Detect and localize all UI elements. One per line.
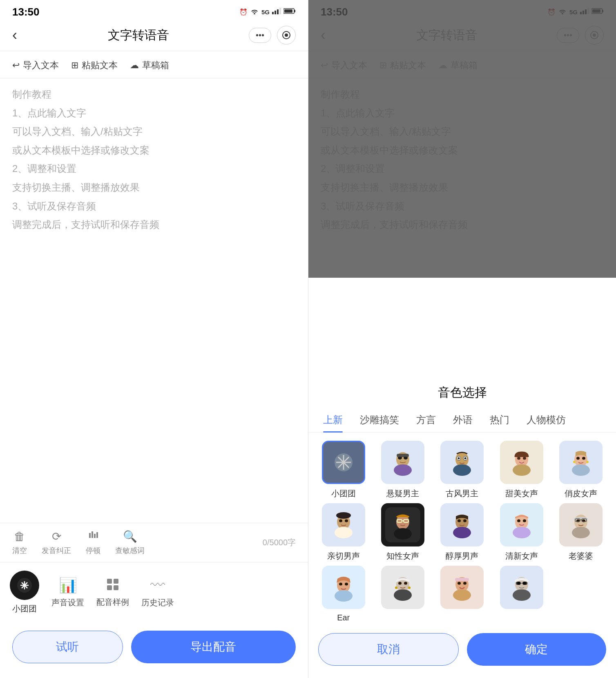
svg-rect-1 — [275, 11, 276, 14]
import-text-btn[interactable]: ↩ 导入文本 — [12, 59, 59, 71]
voice-card-xiaotuan[interactable]: 小团团 — [315, 441, 372, 499]
svg-point-58 — [576, 457, 580, 460]
voice-avatar-deep — [440, 503, 484, 546]
history-btn[interactable]: 〰 历史记录 — [141, 577, 174, 608]
signal-text-left: 5G — [261, 9, 270, 16]
voice-selector[interactable]: 小团团 — [10, 571, 39, 614]
svg-point-65 — [339, 520, 342, 522]
svg-point-53 — [517, 457, 520, 460]
confirm-btn[interactable]: 确定 — [467, 633, 607, 666]
svg-rect-42 — [397, 454, 409, 457]
paste-text-btn[interactable]: ⊞ 粘贴文本 — [71, 59, 118, 71]
clear-label: 清空 — [12, 546, 27, 555]
drafts-label: 草稿箱 — [142, 59, 169, 71]
sheet-actions: 取消 确定 — [308, 624, 616, 670]
svg-point-77 — [458, 520, 461, 522]
tab-imitate[interactable]: 人物模仿 — [520, 409, 572, 432]
voice-grid: 小团团 悬疑男主 — [308, 441, 616, 624]
svg-rect-116 — [522, 582, 527, 585]
voice-card-warm[interactable]: 亲切男声 — [315, 503, 372, 562]
voice-avatar-12 — [381, 566, 424, 609]
svg-rect-115 — [516, 582, 521, 585]
settings-label: 声音设置 — [51, 597, 84, 608]
svg-rect-20 — [107, 585, 112, 590]
more-button-left[interactable]: ••• — [249, 28, 271, 43]
drafts-btn[interactable]: ☁ 草稿箱 — [130, 59, 169, 71]
svg-point-86 — [572, 527, 590, 538]
svg-rect-5 — [294, 10, 295, 12]
tab-popular[interactable]: 热门 — [483, 409, 516, 432]
app-header-left: ‹ 文字转语音 ••• — [0, 22, 308, 51]
svg-point-112 — [513, 589, 531, 601]
settings-btn[interactable]: 📊 声音设置 — [51, 577, 84, 608]
svg-rect-6 — [284, 9, 292, 13]
page-title-left: 文字转语音 — [29, 27, 249, 44]
voice-card-grandma[interactable]: 老婆婆 — [553, 503, 609, 562]
status-icons-left: ⏰ 5G — [239, 8, 296, 16]
alarm-icon: ⏰ — [239, 8, 248, 16]
svg-rect-18 — [107, 579, 112, 584]
svg-rect-9 — [89, 533, 91, 538]
svg-point-45 — [453, 464, 471, 476]
samples-btn[interactable]: 配音样例 — [96, 577, 129, 608]
svg-point-101 — [404, 582, 407, 585]
tab-funny[interactable]: 沙雕搞笑 — [353, 409, 406, 432]
svg-point-67 — [336, 512, 351, 519]
clear-btn[interactable]: 🗑 清空 — [12, 530, 27, 555]
svg-point-54 — [523, 457, 526, 460]
tab-foreign[interactable]: 外语 — [446, 409, 479, 432]
tab-dialect[interactable]: 方言 — [410, 409, 442, 432]
svg-point-102 — [395, 587, 397, 589]
samples-icon — [105, 577, 120, 593]
voice-card-mystery[interactable]: 悬疑男主 — [374, 441, 431, 499]
correct-btn[interactable]: ⟳ 发音纠正 — [42, 530, 71, 555]
sensitive-label: 查敏感词 — [115, 546, 145, 555]
svg-point-106 — [453, 589, 471, 601]
voice-card-playful[interactable]: 俏皮女声 — [553, 441, 609, 499]
battery-left — [283, 8, 296, 16]
svg-point-57 — [572, 464, 590, 476]
svg-rect-12 — [96, 532, 98, 538]
svg-rect-10 — [92, 531, 93, 538]
voice-card-ancient[interactable]: 古风男主 — [434, 441, 491, 499]
history-icon: 〰 — [150, 577, 165, 594]
voice-card-sweet[interactable]: 甜美女声 — [493, 441, 550, 499]
voice-card-14[interactable]: 角色14 — [493, 566, 550, 624]
pause-btn[interactable]: 停顿 — [86, 530, 100, 555]
svg-point-100 — [398, 582, 402, 585]
svg-rect-2 — [277, 9, 279, 14]
search-icon: 🔍 — [123, 530, 137, 543]
placeholder-text-left: 制作教程 1、点此输入文字 可以导入文档、输入/粘贴文字 或从文本模板中选择或修… — [12, 85, 296, 234]
voice-avatar-left — [10, 571, 39, 600]
voice-card-deep[interactable]: 醇厚男声 — [434, 503, 491, 562]
preview-btn-left[interactable]: 试听 — [12, 631, 123, 663]
import-text-label: 导入文本 — [23, 59, 59, 71]
svg-point-76 — [453, 527, 471, 538]
export-btn-left[interactable]: 导出配音 — [131, 631, 296, 663]
voice-card-fresh[interactable]: 清新女声 — [493, 503, 550, 562]
svg-point-96 — [345, 583, 348, 586]
svg-point-52 — [513, 464, 531, 476]
char-count: 0/5000字 — [263, 537, 296, 548]
sensitive-btn[interactable]: 🔍 查敏感词 — [115, 530, 145, 555]
svg-point-61 — [586, 461, 589, 463]
signal-bars-left — [272, 8, 281, 16]
tab-new[interactable]: 上新 — [317, 409, 349, 432]
voice-card-ear[interactable]: Ear — [315, 566, 372, 624]
record-button-left[interactable] — [277, 26, 296, 45]
cancel-btn[interactable]: 取消 — [318, 633, 459, 666]
voice-card-12[interactable]: 角色12 — [374, 566, 431, 624]
right-panel: 13:50 ⏰ 5G ‹ 文字转语音 ••• ↩ — [308, 0, 616, 678]
voice-card-intellectual[interactable]: 知性女声 — [374, 503, 431, 562]
voice-card-13[interactable]: 角色13 — [434, 566, 491, 624]
svg-point-94 — [335, 590, 353, 602]
voice-avatar-intellectual — [381, 503, 424, 546]
left-panel: 13:50 ⏰ 5G ‹ 文字转语音 ••• ↩ — [0, 0, 308, 678]
voice-avatar-grandma — [559, 503, 603, 546]
history-label: 历史记录 — [141, 597, 174, 608]
back-button-left[interactable]: ‹ — [12, 27, 29, 44]
voice-name-left: 小团团 — [12, 603, 37, 614]
pause-icon — [87, 530, 99, 543]
status-bar-left: 13:50 ⏰ 5G — [0, 0, 308, 22]
text-area-left[interactable]: 制作教程 1、点此输入文字 可以导入文档、输入/粘贴文字 或从文本模板中选择或修… — [0, 78, 308, 523]
